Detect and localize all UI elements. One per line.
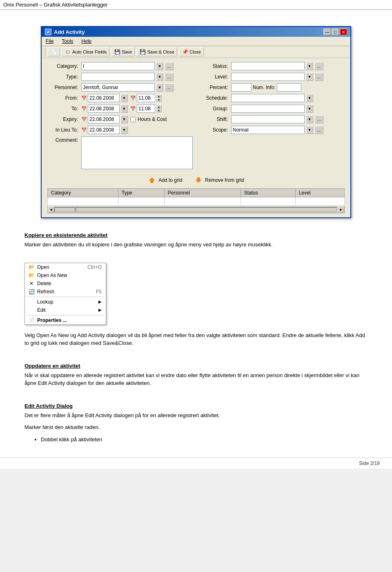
comment-label: Comment: [47, 136, 78, 143]
context-menu-open[interactable]: 📂 Open Ctrl+O [25, 263, 106, 271]
context-lookup-label: Lookup [37, 299, 53, 305]
scroll-right-button[interactable]: ► [338, 206, 344, 213]
schedule-control-group: ▼ [231, 94, 345, 102]
to-label: To: [47, 106, 78, 112]
save-close-label: Save & Close [147, 49, 174, 54]
save-close-button[interactable]: 💾 Save & Close [136, 47, 177, 56]
to-date-dropdown-btn[interactable]: ▼ [120, 105, 128, 113]
section-1b: Velg Open As New og Add Activity dialoge… [12, 329, 380, 357]
level-dropdown-btn[interactable]: ▼ [306, 73, 313, 81]
scrollbar-thumb[interactable] [54, 207, 75, 212]
expiry-date-input[interactable] [88, 115, 120, 123]
scope-dropdown-btn[interactable]: ▼ [306, 126, 313, 134]
page-footer: Side 2/19 [0, 458, 392, 469]
type-row: Type: ▼ ... [47, 73, 193, 81]
dialog-toolbar: 📄 □ Auto Clear Fields 💾 Save 💾 Save & Cl… [42, 46, 350, 58]
status-dropdown-btn[interactable]: ▼ [306, 62, 313, 70]
maximize-button[interactable]: □ [332, 29, 339, 35]
remove-from-grid-label: Remove from grid [205, 177, 244, 183]
status-input[interactable] [231, 62, 305, 70]
toolbar-new-button[interactable]: 📄 [48, 47, 60, 56]
grid-cell [295, 197, 344, 206]
context-menu-edit[interactable]: Edit ▶ [25, 306, 106, 314]
context-open-as-new-label: Open As New [37, 273, 67, 278]
context-menu-delete[interactable]: ✕ Delete [25, 279, 106, 288]
shift-dropdown-btn[interactable]: ▼ [306, 115, 313, 123]
num-info-input[interactable] [277, 83, 301, 92]
in-lieu-to-date-dropdown-btn[interactable]: ▼ [120, 126, 128, 134]
personnel-input[interactable] [81, 83, 155, 92]
remove-from-grid-button[interactable]: Remove from grid [194, 176, 244, 184]
remove-from-grid-icon [194, 176, 203, 184]
to-time-spin-down[interactable]: ▼ [156, 109, 162, 112]
group-input[interactable] [231, 105, 305, 113]
section-3-title: Oppdatere en aktivitet [24, 363, 368, 369]
type-dropdown-btn[interactable]: ▼ [156, 73, 163, 81]
level-ellipsis-btn[interactable]: ... [314, 73, 323, 81]
scope-input[interactable] [231, 126, 305, 134]
level-input[interactable] [231, 73, 305, 81]
add-to-grid-button[interactable]: Add to grid [148, 176, 182, 184]
in-lieu-to-date-input[interactable] [88, 126, 120, 134]
type-input[interactable] [81, 73, 155, 81]
category-ellipsis-btn[interactable]: ... [165, 62, 174, 70]
status-ellipsis-btn[interactable]: ... [314, 62, 323, 70]
svg-marker-1 [196, 178, 201, 183]
section-4-text2: Marker først den aktuelle raden. [24, 423, 368, 431]
context-menu-properties[interactable]: 📄 Properties ... [25, 316, 106, 324]
section-4-text: Det er flere måter å åpne Edit Activity … [24, 411, 368, 420]
scroll-left-button[interactable]: ◄ [48, 206, 54, 213]
from-date-input[interactable] [88, 94, 120, 102]
to-time-input[interactable] [137, 105, 155, 113]
schedule-input[interactable] [231, 94, 305, 102]
comment-textarea[interactable] [81, 136, 193, 169]
menu-tools[interactable]: Tools [60, 38, 75, 45]
in-lieu-to-control-group: 📅 ▼ [81, 126, 193, 134]
context-delete-label: Delete [37, 281, 51, 286]
group-row: Group: ▼ [199, 105, 345, 113]
save-button[interactable]: 💾 Save [111, 47, 135, 56]
from-date-dropdown-btn[interactable]: ▼ [120, 94, 128, 102]
personnel-ellipsis-btn[interactable]: ... [165, 83, 174, 92]
category-dropdown-btn[interactable]: ▼ [156, 62, 163, 70]
lookup-icon [28, 299, 35, 305]
in-lieu-to-row: In Lieu To: 📅 ▼ [47, 126, 193, 134]
section-3-text: Når vi skal oppdatere en allerede regist… [24, 371, 368, 387]
auto-clear-label: Auto Clear Fields [72, 49, 107, 54]
group-dropdown-btn[interactable]: ▼ [306, 105, 313, 113]
auto-clear-fields-button[interactable]: □ Auto Clear Fields [62, 47, 109, 56]
close-toolbar-button[interactable]: 📌 Close [179, 47, 204, 56]
personnel-dropdown-btn[interactable]: ▼ [156, 83, 163, 92]
expiry-date-dropdown-btn[interactable]: ▼ [120, 115, 128, 123]
scope-control-group: ▼ ... [231, 126, 345, 134]
schedule-dropdown-btn[interactable]: ▼ [306, 94, 313, 102]
category-input[interactable] [81, 62, 155, 70]
save-icon: 💾 [114, 49, 120, 55]
context-menu-open-as-new[interactable]: 📂 Open As New [25, 271, 106, 279]
to-time-spin-up[interactable]: ▲ [156, 105, 162, 109]
close-button[interactable]: ✕ [340, 29, 347, 35]
scope-ellipsis-btn[interactable]: ... [314, 126, 323, 134]
from-time-spin-down[interactable]: ▼ [156, 98, 162, 102]
shift-input[interactable] [231, 115, 305, 123]
to-date-input[interactable] [88, 105, 120, 113]
hours-cost-checkbox[interactable] [130, 117, 136, 122]
from-control-group: 📅 ▼ 📅 ▲ ▼ [81, 94, 193, 102]
type-ellipsis-btn[interactable]: ... [165, 73, 174, 81]
dialog-title-text: Add Activity [54, 29, 85, 35]
context-menu-lookup[interactable]: Lookup ▶ [25, 298, 106, 306]
status-label: Status: [199, 63, 228, 69]
menu-help[interactable]: Help [80, 38, 93, 45]
from-time-spin-up[interactable]: ▲ [156, 94, 162, 98]
shift-ellipsis-btn[interactable]: ... [314, 115, 323, 123]
scope-row: Scope: ▼ ... [199, 126, 345, 134]
minimize-button[interactable]: — [323, 29, 331, 35]
grid-cell [48, 197, 118, 206]
add-activity-dialog: ✔ Add Activity — □ ✕ File Tools Help 📄 □… [41, 26, 351, 218]
percent-input[interactable] [231, 83, 252, 92]
context-menu-refresh[interactable]: 🔄 Refresh F5 [25, 288, 106, 296]
context-open-label: Open [37, 264, 49, 270]
from-time-input[interactable] [137, 94, 155, 102]
bullet-item-1: Dobbel klikk på aktiviteten [41, 436, 368, 444]
menu-file[interactable]: File [44, 38, 55, 45]
